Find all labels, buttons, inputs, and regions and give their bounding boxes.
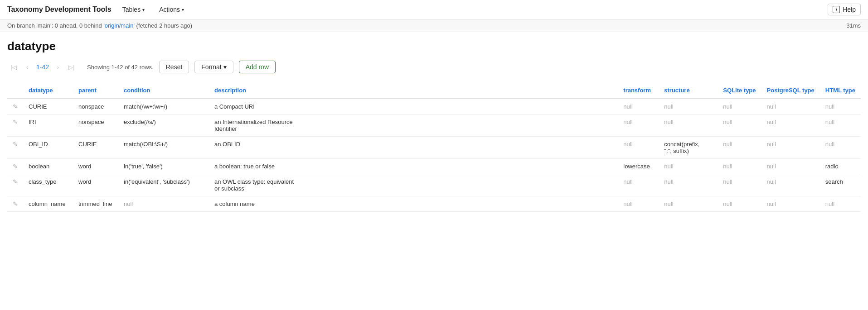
cell-sqlite: null (718, 174, 761, 196)
cell-condition: null (118, 196, 209, 212)
format-chevron-icon: ▾ (223, 63, 227, 71)
null-value: null (723, 141, 732, 148)
row-edit-cell: ✎ (7, 174, 23, 196)
cell-postgres: null (761, 114, 820, 137)
cell-transform: null (618, 99, 659, 114)
tables-chevron-icon: ▾ (142, 7, 145, 12)
cell-parent: word (73, 159, 118, 174)
table-body: ✎ CURIE nonspace match(/\w+:\w+/) a Comp… (7, 99, 861, 212)
edit-icon[interactable]: ✎ (13, 141, 18, 148)
edit-icon[interactable]: ✎ (13, 178, 18, 185)
page-title: datatype (7, 39, 861, 53)
cell-description: a Compact URI (209, 99, 618, 114)
cell-transform: null (618, 114, 659, 137)
cell-description: a column name (209, 196, 618, 212)
cell-value: search (825, 178, 843, 185)
format-button[interactable]: Format ▾ (194, 61, 233, 73)
null-value: null (664, 119, 673, 125)
col-header-structure[interactable]: structure (659, 82, 718, 99)
col-header-edit (7, 82, 23, 99)
null-value: null (825, 141, 834, 148)
cell-transform: null (618, 196, 659, 212)
cell-description: an OBI ID (209, 137, 618, 159)
null-value: null (723, 178, 732, 185)
cell-html: null (820, 137, 861, 159)
edit-icon[interactable]: ✎ (13, 119, 18, 125)
col-header-parent[interactable]: parent (73, 82, 118, 99)
reset-button[interactable]: Reset (159, 61, 189, 73)
cell-transform: null (618, 137, 659, 159)
prev-page-button[interactable]: ‹ (21, 61, 34, 73)
edit-icon[interactable]: ✎ (13, 200, 18, 207)
actions-label: Actions (159, 6, 180, 13)
pagination-controls: |◁ ‹ 1-42 › ▷| (7, 61, 78, 73)
cell-html: null (820, 196, 861, 212)
cell-parent: nonspace (73, 99, 118, 114)
row-edit-cell: ✎ (7, 196, 23, 212)
null-value: null (723, 119, 732, 125)
cell-structure: concat(prefix,":", suffix) (659, 137, 718, 159)
origin-main-link[interactable]: 'origin/main' (103, 22, 135, 29)
null-value: null (623, 200, 632, 207)
null-value: null (723, 200, 732, 207)
cell-postgres: null (761, 137, 820, 159)
table-controls: |◁ ‹ 1-42 › ▷| Showing 1-42 of 42 rows. … (7, 61, 861, 73)
cell-datatype: OBI_ID (23, 137, 73, 159)
first-page-button[interactable]: |◁ (7, 61, 20, 73)
page-range: 1-42 (34, 63, 51, 71)
cell-condition: exclude(/\s/) (118, 114, 209, 137)
actions-menu-button[interactable]: Actions ▾ (155, 4, 188, 15)
col-header-sqlite[interactable]: SQLite type (718, 82, 761, 99)
cell-sqlite: null (718, 99, 761, 114)
cell-parent: word (73, 174, 118, 196)
null-value: null (623, 141, 632, 148)
cell-description: a boolean: true or false (209, 159, 618, 174)
row-edit-cell: ✎ (7, 114, 23, 137)
col-header-datatype[interactable]: datatype (23, 82, 73, 99)
edit-icon[interactable]: ✎ (13, 103, 18, 110)
table-row: ✎ class_type word in('equivalent', 'subc… (7, 174, 861, 196)
null-value: null (767, 141, 776, 148)
cell-sqlite: null (718, 137, 761, 159)
cell-sqlite: null (718, 196, 761, 212)
info-icon: i (833, 6, 840, 13)
app-title: Taxonomy Development Tools (7, 5, 112, 14)
cell-value: an OBI ID (214, 141, 240, 148)
table-row: ✎ IRI nonspace exclude(/\s/) an Internat… (7, 114, 861, 137)
next-page-button[interactable]: › (52, 61, 64, 73)
table-row: ✎ CURIE nonspace match(/\w+:\w+/) a Comp… (7, 99, 861, 114)
col-header-condition[interactable]: condition (118, 82, 209, 99)
cell-postgres: null (761, 99, 820, 114)
cell-parent: CURIE (73, 137, 118, 159)
col-header-description[interactable]: description (209, 82, 618, 99)
cell-datatype: CURIE (23, 99, 73, 114)
help-label: Help (843, 6, 856, 13)
tables-menu-button[interactable]: Tables ▾ (119, 4, 148, 15)
cell-structure: null (659, 99, 718, 114)
cell-value: an Internationalized ResourceIdentifier (214, 119, 293, 132)
add-row-button[interactable]: Add row (239, 61, 276, 73)
cell-structure: null (659, 174, 718, 196)
null-value: null (623, 178, 632, 185)
col-header-html[interactable]: HTML type (820, 82, 861, 99)
help-button[interactable]: i Help (828, 4, 861, 15)
cell-value: a column name (214, 200, 255, 207)
null-value: null (767, 163, 776, 170)
cell-condition: in('equivalent', 'subclass') (118, 174, 209, 196)
cell-value: lowercase (623, 163, 650, 170)
null-value: null (623, 103, 632, 110)
table-row: ✎ column_name trimmed_line null a column… (7, 196, 861, 212)
edit-icon[interactable]: ✎ (13, 163, 18, 170)
null-value: null (723, 103, 732, 110)
null-value: null (825, 200, 834, 207)
col-header-postgres[interactable]: PostgreSQL type (761, 82, 820, 99)
cell-html: null (820, 99, 861, 114)
timing-display: 31ms (846, 22, 861, 29)
null-value: null (825, 103, 834, 110)
cell-datatype: boolean (23, 159, 73, 174)
last-page-button[interactable]: ▷| (65, 61, 78, 73)
col-header-transform[interactable]: transform (618, 82, 659, 99)
cell-sqlite: null (718, 159, 761, 174)
null-value: null (767, 200, 776, 207)
branch-text-after: (fetched 2 hours ago) (135, 22, 192, 29)
